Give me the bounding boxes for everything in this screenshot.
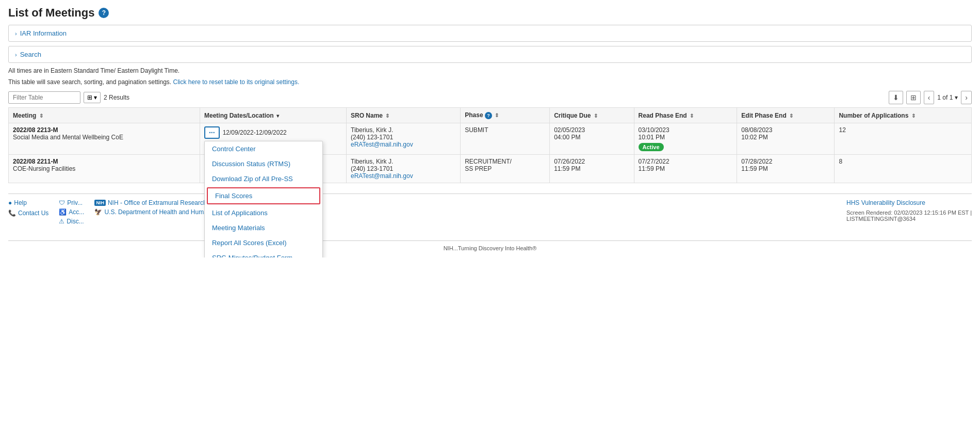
pagination-arrow-icon: ▾ [955, 94, 958, 101]
privacy-link[interactable]: 🛡 Priv... [59, 199, 84, 206]
accessibility-link[interactable]: ♿ Acc... [59, 208, 84, 216]
critique-time-1: 04:00 PM [554, 134, 629, 141]
accessibility-icon: ♿ [59, 208, 67, 216]
sort-phase-icon[interactable]: ⇕ [495, 112, 499, 118]
nih-badge-icon: NIH [94, 200, 106, 206]
help-circle-icon: ● [8, 199, 12, 206]
cell-phase-2: RECRUITMENT/ SS PREP [461, 155, 550, 183]
meeting-id-1: 2022/08 2213-M [13, 126, 195, 134]
sort-read-phase-icon[interactable]: ⇕ [690, 113, 694, 119]
contact-link[interactable]: 📞 Contact Us [8, 210, 48, 217]
sro-phone-1: (240) 123-1701 [351, 134, 456, 141]
edit-phase-date-2: 07/28/2022 [741, 158, 830, 165]
cell-num-apps-2: 8 [835, 155, 972, 183]
read-phase-time-1: 10:01 PM [639, 134, 733, 141]
pagination-info: 1 of 1 ▾ [937, 94, 958, 101]
sro-email-1[interactable]: eRATest@mail.nih.gov [351, 141, 413, 148]
col-dates-location: Meeting Dates/Location ▾ [200, 108, 346, 123]
search-chevron-icon: › [15, 52, 17, 58]
footer: ● Help 📞 Contact Us 🛡 Priv... ♿ Acc... ⚠… [8, 194, 972, 251]
warning-icon: ⚠ [59, 218, 64, 225]
cell-edit-phase-2: 07/28/2022 11:59 PM [737, 155, 835, 183]
meeting-id-2: 2022/08 2211-M [13, 158, 195, 165]
search-section-label: Search [20, 51, 41, 58]
cell-dates-1: ··· Control Center Discussion Status (RT… [200, 123, 346, 155]
footer-right: HHS Vulnerability Disclosure Screen Rend… [846, 199, 972, 225]
cell-sro-1: Tiberius, Kirk J. (240) 123-1701 eRATest… [347, 123, 461, 155]
hhs-icon: 🦅 [94, 208, 102, 216]
sro-email-2[interactable]: eRATest@mail.nih.gov [351, 172, 413, 180]
critique-date-2: 07/26/2022 [554, 158, 629, 165]
columns-button[interactable]: ⊞ ▾ [84, 92, 101, 103]
table-note: This table will save search, sorting, an… [8, 78, 972, 86]
dropdown-item-meeting-materials[interactable]: Meeting Materials [205, 220, 322, 235]
timezone-note: All times are in Eastern Standard Time/ … [8, 67, 972, 74]
search-section-toggle[interactable]: › Search [9, 46, 971, 62]
active-badge-1: Active [639, 143, 664, 151]
dates-1: 12/09/2022-12/09/2022 [223, 129, 287, 136]
toolbar-right: ⬇ ⊞ ‹ 1 of 1 ▾ › [889, 91, 972, 104]
columns-icon: ⊞ [87, 94, 92, 101]
prev-page-button[interactable]: ‹ [924, 91, 935, 104]
meeting-name-1: Social Media and Mental Wellbeing CoE [13, 134, 195, 141]
cell-sro-2: Tiberius, Kirk J. (240) 123-1701 eRATest… [347, 155, 461, 183]
footer-tagline: NIH...Turning Discovery Into Health® [8, 240, 972, 251]
row1-action-button[interactable]: ··· [204, 126, 220, 139]
sro-phone-2: (240) 123-1701 [351, 165, 456, 172]
dropdown-item-control-center[interactable]: Control Center [205, 141, 322, 156]
shield-icon: 🛡 [59, 199, 65, 206]
phase-1: SUBMIT [465, 126, 545, 134]
cell-meeting-2: 2022/08 2211-M COE-Nursing Facilities [9, 155, 200, 183]
next-page-button[interactable]: › [961, 91, 972, 104]
sort-meeting-icon[interactable]: ⇕ [39, 113, 43, 119]
edit-phase-time-2: 11:59 PM [741, 165, 830, 172]
iar-section-toggle[interactable]: › IAR Information [9, 25, 971, 41]
columns-arrow-icon: ▾ [94, 94, 97, 101]
sort-dates-icon[interactable]: ▾ [276, 113, 279, 119]
sort-num-apps-icon[interactable]: ⇕ [911, 113, 916, 119]
dropdown-item-report-scores[interactable]: Report All Scores (Excel) [205, 235, 322, 250]
table-toolbar: ⊞ ▾ 2 Results ⬇ ⊞ ‹ 1 of 1 ▾ › [8, 91, 972, 104]
sort-critique-icon[interactable]: ⇕ [594, 113, 598, 119]
col-phase: Phase ? ⇕ [461, 108, 550, 123]
col-critique-due: Critique Due ⇕ [550, 108, 634, 123]
dropdown-item-srg-minutes[interactable]: SRG Minutes/Budget Form [205, 250, 322, 257]
col-sro-name: SRO Name ⇕ [347, 108, 461, 123]
help-icon[interactable]: ? [99, 8, 109, 18]
help-link[interactable]: ● Help [8, 199, 48, 206]
disclaimer-link[interactable]: ⚠ Disc... [59, 218, 84, 225]
edit-phase-time-1: 10:02 PM [741, 134, 830, 141]
sro-name-2: Tiberius, Kirk J. [351, 158, 456, 165]
phone-icon: 📞 [8, 210, 16, 217]
sro-name-1: Tiberius, Kirk J. [351, 126, 456, 134]
iar-chevron-icon: › [15, 30, 17, 37]
sort-sro-icon[interactable]: ⇕ [385, 113, 389, 119]
grid-view-button[interactable]: ⊞ [906, 91, 921, 104]
cell-meeting-1: 2022/08 2213-M Social Media and Mental W… [9, 123, 200, 155]
table-row: 2022/08 2213-M Social Media and Mental W… [9, 123, 972, 155]
cell-edit-phase-1: 08/08/2023 10:02 PM [737, 123, 835, 155]
phase-2: RECRUITMENT/ SS PREP [465, 158, 545, 172]
cell-read-phase-2: 07/27/2022 11:59 PM [634, 155, 737, 183]
dropdown-item-final-scores[interactable]: Final Scores [207, 187, 320, 204]
toolbar-left: ⊞ ▾ 2 Results [8, 91, 129, 104]
reset-table-link[interactable]: Click here to reset table to its origina… [173, 78, 300, 86]
dropdown-item-discussion-status[interactable]: Discussion Status (RTMS) [205, 156, 322, 171]
hhs-disclosure-link[interactable]: HHS Vulnerability Disclosure [846, 199, 972, 206]
pagination-text: 1 of 1 [937, 94, 953, 101]
download-button[interactable]: ⬇ [889, 91, 903, 104]
critique-time-2: 11:59 PM [554, 165, 629, 172]
filter-input[interactable] [8, 91, 80, 104]
footer-left: ● Help 📞 Contact Us [8, 199, 48, 225]
sort-edit-phase-icon[interactable]: ⇕ [789, 113, 793, 119]
table-header-row: Meeting ⇕ Meeting Dates/Location ▾ SRO N… [9, 108, 972, 123]
cell-num-apps-1: 12 [835, 123, 972, 155]
iar-section: › IAR Information [8, 25, 972, 42]
col-num-applications: Number of Applications ⇕ [835, 108, 972, 123]
cell-read-phase-1: 03/10/2023 10:01 PM Active [634, 123, 737, 155]
phase-help-icon[interactable]: ? [485, 112, 492, 119]
dropdown-item-list-applications[interactable]: List of Applications [205, 205, 322, 220]
read-phase-date-2: 07/27/2022 [639, 158, 733, 165]
cell-phase-1: SUBMIT [461, 123, 550, 155]
dropdown-item-download-zip[interactable]: Download Zip of All Pre-SS [205, 171, 322, 186]
